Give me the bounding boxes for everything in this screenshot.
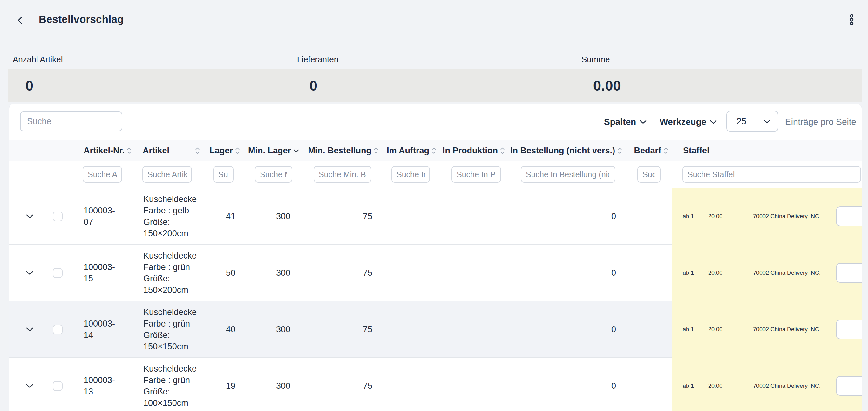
stat-label-summe: Summe <box>582 55 610 64</box>
column-label: Min. Bestellung <box>308 146 371 156</box>
search-input[interactable] <box>20 112 122 131</box>
cell-im-auftrag <box>387 301 438 358</box>
cell-min-lager: 300 <box>227 358 290 411</box>
stats-labels: Anzahl Artikel Lieferanten Summe <box>0 55 868 65</box>
cell-bedarf <box>632 188 670 245</box>
column-header-artikel[interactable]: Artikel <box>143 140 200 161</box>
cell-bedarf <box>632 358 670 411</box>
staffel-price: 20.00 <box>708 188 722 245</box>
row-expander-button[interactable] <box>20 301 39 358</box>
sort-desc-icon <box>293 149 299 153</box>
back-button[interactable] <box>14 14 27 27</box>
table-row: 100003-14 Kuscheldecke Farbe : grün Größ… <box>9 301 862 358</box>
cell-min-bestellung: 75 <box>309 301 372 358</box>
cell-im-auftrag <box>387 358 438 411</box>
order-quantity-input[interactable] <box>836 319 862 339</box>
cell-in-bestellung: 0 <box>521 301 616 358</box>
cell-min-lager: 300 <box>227 245 290 301</box>
cell-min-bestellung: 75 <box>309 245 372 301</box>
column-header-artikel-nr[interactable]: Artikel-Nr. <box>84 140 131 161</box>
table-row: 100003-15 Kuscheldecke Farbe : grün Größ… <box>9 245 862 301</box>
column-header-min-bestellung[interactable]: Min. Bestellung <box>299 140 378 161</box>
page-size-select[interactable]: 25 <box>726 111 778 132</box>
column-header-min-lager[interactable]: Min. Lager <box>236 140 299 161</box>
staffel-tier: ab 1 <box>683 358 694 411</box>
cell-min-bestellung: 75 <box>309 358 372 411</box>
cell-im-auftrag <box>387 245 438 301</box>
table-toolbar: Spalten Werkzeuge 25 Einträge pro Seite <box>9 104 862 140</box>
table-body: 100003-07 Kuscheldecke Farbe : gelb Größ… <box>9 188 862 411</box>
order-quantity-input[interactable] <box>836 263 862 283</box>
table-row: 100003-13 Kuscheldecke Farbe : grün Größ… <box>9 358 862 411</box>
page-size-value: 25 <box>737 116 746 126</box>
filter-input-staffel[interactable] <box>682 166 861 183</box>
filter-input-artikel[interactable] <box>142 166 192 183</box>
row-checkbox[interactable] <box>53 325 63 335</box>
column-label: Lager <box>209 146 233 156</box>
staffel-price: 20.00 <box>708 245 722 301</box>
columns-dropdown[interactable]: Spalten <box>604 104 647 140</box>
row-checkbox-cell <box>53 188 65 245</box>
kebab-menu-icon <box>849 14 854 26</box>
stat-label-lieferanten: Lieferanten <box>297 55 338 64</box>
staffel-tier: ab 1 <box>683 245 694 301</box>
filter-input-lager[interactable] <box>213 166 234 183</box>
table-card: Spalten Werkzeuge 25 Einträge pro Seite … <box>9 103 862 411</box>
cell-in-bestellung: 0 <box>521 188 616 245</box>
column-label: Im Auftrag <box>387 146 429 156</box>
chevron-down-icon <box>25 327 34 332</box>
top-bar: Bestellvorschlag <box>0 0 868 40</box>
cell-bedarf <box>632 245 670 301</box>
filter-input-min-bestellung[interactable] <box>314 166 371 183</box>
cell-in-produktion <box>454 358 505 411</box>
more-menu-button[interactable] <box>845 13 858 26</box>
cell-in-bestellung: 0 <box>521 245 616 301</box>
column-header-lager[interactable]: Lager <box>192 140 240 161</box>
column-header-in-bestellung[interactable]: In Bestellung (nicht vers.) <box>511 140 622 161</box>
row-checkbox[interactable] <box>53 381 63 391</box>
staffel-price: 20.00 <box>708 301 722 358</box>
cell-staffel: ab 1 20.00 70002 China Delivery INC. <box>672 358 862 411</box>
cell-min-lager: 300 <box>227 188 290 245</box>
column-label: In Bestellung (nicht vers.) <box>510 146 615 156</box>
row-checkbox[interactable] <box>53 268 63 278</box>
filter-input-im-auftrag[interactable] <box>392 166 430 183</box>
sort-icon <box>127 147 131 154</box>
order-quantity-input[interactable] <box>836 207 862 226</box>
stats-band: 0 0 0.00 <box>8 69 862 102</box>
column-header-im-auftrag[interactable]: Im Auftrag <box>373 140 436 161</box>
cell-bedarf <box>632 301 670 358</box>
filter-input-in-bestellung[interactable] <box>521 166 615 183</box>
row-checkbox[interactable] <box>53 212 63 221</box>
cell-min-lager: 300 <box>227 301 290 358</box>
column-label: Artikel <box>143 146 169 156</box>
column-label: Artikel-Nr. <box>84 146 125 156</box>
column-header-in-produktion[interactable]: In Produktion <box>432 140 505 161</box>
filter-input-min-lager[interactable] <box>255 166 292 183</box>
row-checkbox-cell <box>53 358 65 411</box>
tools-dropdown[interactable]: Werkzeuge <box>659 104 717 140</box>
row-expander-button[interactable] <box>20 188 39 245</box>
column-header-bedarf[interactable]: Bedarf <box>620 140 668 161</box>
cell-artikel-nr: 100003-13 <box>84 358 124 411</box>
row-expander-button[interactable] <box>20 358 39 411</box>
cell-min-bestellung: 75 <box>309 188 372 245</box>
order-quantity-input[interactable] <box>836 376 862 396</box>
filter-input-in-produktion[interactable] <box>452 166 501 183</box>
row-expander-button[interactable] <box>20 245 39 301</box>
column-label: Min. Lager <box>248 146 291 156</box>
cell-in-bestellung: 0 <box>521 358 616 411</box>
row-checkbox-cell <box>53 245 65 301</box>
stat-value-summe: 0.00 <box>593 69 621 102</box>
cell-artikel-nr: 100003-07 <box>84 188 124 245</box>
filter-input-artikel-nr[interactable] <box>83 166 122 183</box>
filter-input-bedarf[interactable] <box>637 166 660 183</box>
cell-staffel: ab 1 20.00 70002 China Delivery INC. <box>672 301 862 358</box>
cell-staffel: ab 1 20.00 70002 China Delivery INC. <box>672 245 862 301</box>
column-label: In Produktion <box>442 146 498 156</box>
table-header-row: Artikel-Nr. Artikel Lager Min. Lager <box>9 140 862 161</box>
entries-per-page-label: Einträge pro Seite <box>785 104 856 140</box>
column-label: Bedarf <box>634 146 661 156</box>
column-label: Staffel <box>683 146 709 156</box>
staffel-supplier: 70002 China Delivery INC. <box>753 188 821 245</box>
